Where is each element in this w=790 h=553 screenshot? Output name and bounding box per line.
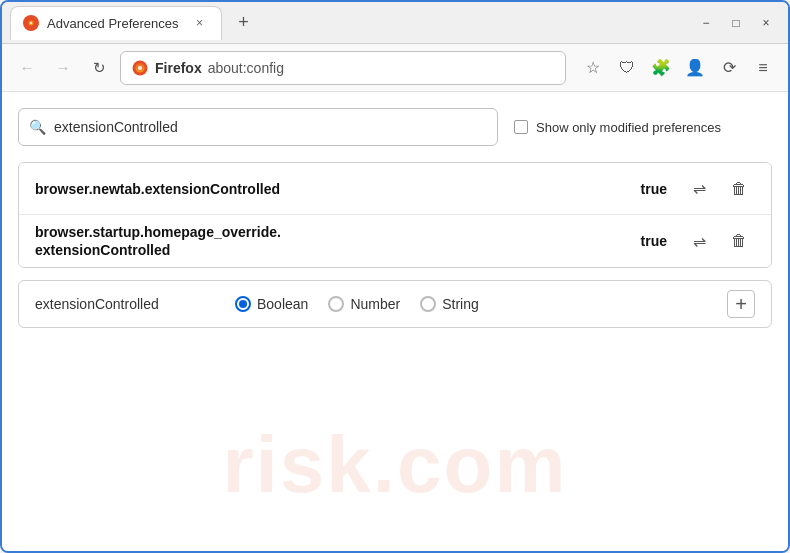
delete-button[interactable]: 🗑 — [723, 173, 755, 205]
arrows-icon: ⇌ — [693, 232, 706, 251]
browser-window: Advanced Preferences × + − □ × ← → ↻ — [0, 0, 790, 553]
window-controls: − □ × — [692, 9, 780, 37]
radio-number-circle — [328, 296, 344, 312]
preference-value: true — [641, 233, 667, 249]
toggle-button[interactable]: ⇌ — [683, 173, 715, 205]
radio-number[interactable]: Number — [328, 296, 400, 312]
firefox-logo-icon — [131, 59, 149, 77]
preference-name-line2: extensionControlled — [35, 241, 641, 259]
search-wrapper[interactable]: 🔍 — [18, 108, 498, 146]
preference-name-line1: browser.startup.homepage_override. — [35, 223, 641, 241]
show-modified-row: Show only modified preferences — [514, 120, 721, 135]
row-actions: ⇌ 🗑 — [683, 173, 755, 205]
preference-name-multiline: browser.startup.homepage_override. exten… — [35, 223, 641, 259]
radio-boolean[interactable]: Boolean — [235, 296, 308, 312]
radio-boolean-circle — [235, 296, 251, 312]
trash-icon: 🗑 — [731, 180, 747, 198]
browser-tab[interactable]: Advanced Preferences × — [10, 6, 222, 40]
tab-title: Advanced Preferences — [47, 16, 179, 31]
add-preference-button[interactable]: + — [727, 290, 755, 318]
svg-point-5 — [138, 65, 143, 70]
preference-name: browser.newtab.extensionControlled — [35, 181, 641, 197]
search-input[interactable] — [54, 119, 487, 135]
watermark: risk.com — [222, 419, 567, 511]
back-icon: ← — [20, 59, 35, 76]
preference-value: true — [641, 181, 667, 197]
delete-button[interactable]: 🗑 — [723, 225, 755, 257]
show-modified-checkbox[interactable] — [514, 120, 528, 134]
close-button[interactable]: × — [752, 9, 780, 37]
shield-icon[interactable]: 🛡 — [612, 53, 642, 83]
radio-boolean-dot — [239, 300, 247, 308]
extension-icon[interactable]: 🧩 — [646, 53, 676, 83]
browser-brand: Firefox — [155, 60, 202, 76]
account-icon[interactable]: 👤 — [680, 53, 710, 83]
add-preference-row: extensionControlled Boolean Number — [18, 280, 772, 328]
trash-icon: 🗑 — [731, 232, 747, 250]
svg-point-2 — [30, 22, 32, 24]
arrows-icon: ⇌ — [693, 179, 706, 198]
table-row: browser.newtab.extensionControlled true … — [19, 163, 771, 215]
search-bar-row: 🔍 Show only modified preferences — [18, 108, 772, 146]
sync-icon[interactable]: ⟳ — [714, 53, 744, 83]
toggle-button[interactable]: ⇌ — [683, 225, 715, 257]
results-table: browser.newtab.extensionControlled true … — [18, 162, 772, 268]
address-bar[interactable]: Firefox about:config — [120, 51, 566, 85]
radio-number-label: Number — [350, 296, 400, 312]
reload-icon: ↻ — [93, 59, 106, 77]
maximize-button[interactable]: □ — [722, 9, 750, 37]
tab-favicon — [23, 15, 39, 31]
navigation-bar: ← → ↻ Firefox about:config ☆ 🛡 🧩 👤 ⟳ ≡ — [2, 44, 788, 92]
radio-string-label: String — [442, 296, 479, 312]
table-row: browser.startup.homepage_override. exten… — [19, 215, 771, 267]
forward-icon: → — [56, 59, 71, 76]
page-content: risk.com 🔍 Show only modified preference… — [2, 92, 788, 551]
toolbar-icons: ☆ 🛡 🧩 👤 ⟳ ≡ — [578, 53, 778, 83]
minimize-button[interactable]: − — [692, 9, 720, 37]
back-button[interactable]: ← — [12, 53, 42, 83]
type-radio-group: Boolean Number String — [235, 296, 707, 312]
reload-button[interactable]: ↻ — [84, 53, 114, 83]
search-icon: 🔍 — [29, 119, 46, 135]
radio-string-circle — [420, 296, 436, 312]
radio-boolean-label: Boolean — [257, 296, 308, 312]
radio-string[interactable]: String — [420, 296, 479, 312]
menu-button[interactable]: ≡ — [748, 53, 778, 83]
bookmark-icon[interactable]: ☆ — [578, 53, 608, 83]
show-modified-label: Show only modified preferences — [536, 120, 721, 135]
new-preference-name: extensionControlled — [35, 296, 215, 312]
tab-close-button[interactable]: × — [191, 14, 209, 32]
address-url: about:config — [208, 60, 284, 76]
title-bar: Advanced Preferences × + − □ × — [2, 2, 788, 44]
forward-button[interactable]: → — [48, 53, 78, 83]
new-tab-button[interactable]: + — [230, 9, 258, 37]
row-actions: ⇌ 🗑 — [683, 225, 755, 257]
